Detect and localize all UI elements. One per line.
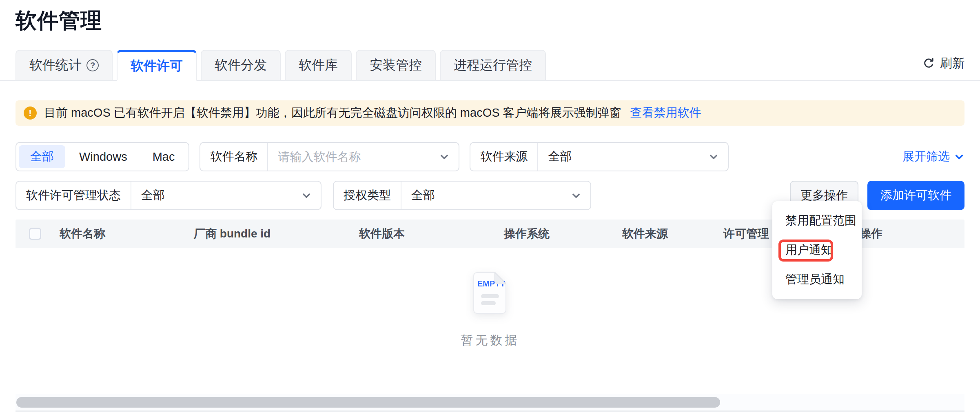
software-name-input[interactable]	[268, 150, 439, 164]
empty-state-text: 暂无数据	[461, 332, 519, 349]
select-all-checkbox[interactable]	[29, 228, 41, 240]
empty-state: EMPTY 暂无数据	[461, 272, 519, 349]
auth-type-value: 全部	[401, 187, 571, 204]
tab-bar: 软件统计 ? 软件许可 软件分发 软件库 安装管控 进程运行管控 刷新	[0, 50, 980, 81]
col-operating-system: 操作系统	[499, 226, 617, 242]
help-icon[interactable]: ?	[86, 59, 99, 71]
auth-type-label: 授权类型	[334, 182, 401, 209]
software-source-label: 软件来源	[470, 143, 538, 171]
filter-row-1: 全部 Windows Mac 软件名称 软件来源 全部 展开筛选	[16, 142, 964, 171]
page-title: 软件管理	[0, 0, 980, 35]
col-software-name: 软件名称	[55, 226, 189, 242]
tab-label: 安装管控	[370, 56, 422, 74]
menu-item-disable-config-scope[interactable]: 禁用配置范围	[772, 206, 862, 235]
tab-software-license[interactable]: 软件许可	[117, 50, 197, 81]
tab-label: 软件分发	[215, 56, 267, 74]
software-source-value: 全部	[538, 149, 708, 165]
warning-banner: ! 目前 macOS 已有软件开启【软件禁用】功能，因此所有无完全磁盘访问权限的…	[16, 100, 964, 126]
tab-label: 软件统计	[29, 56, 82, 74]
scrollbar-thumb[interactable]	[16, 397, 720, 408]
license-status-value: 全部	[131, 187, 301, 204]
chevron-down-icon	[301, 190, 312, 201]
empty-document-icon: EMPTY	[472, 272, 508, 314]
warning-text: 目前 macOS 已有软件开启【软件禁用】功能，因此所有无完全磁盘访问权限的 m…	[44, 105, 621, 121]
warning-icon: !	[24, 106, 37, 120]
select-all-cell	[16, 228, 55, 240]
tab-process-control[interactable]: 进程运行管控	[440, 50, 546, 80]
refresh-label: 刷新	[940, 55, 964, 72]
expand-filter-link[interactable]: 展开筛选	[902, 149, 964, 165]
tab-software-distribution[interactable]: 软件分发	[201, 50, 281, 80]
tab-install-control[interactable]: 安装管控	[356, 50, 436, 80]
menu-item-admin-notification[interactable]: 管理员通知	[772, 265, 862, 294]
col-actions: 操作	[855, 226, 964, 242]
license-status-label: 软件许可管理状态	[16, 182, 131, 209]
tab-software-library[interactable]: 软件库	[285, 50, 352, 80]
col-software-source: 软件来源	[617, 226, 718, 242]
tab-label: 软件许可	[131, 57, 183, 75]
expand-filter-label: 展开筛选	[902, 149, 950, 165]
tab-label: 软件库	[299, 56, 338, 74]
chevron-down-icon	[571, 190, 581, 201]
refresh-icon	[922, 57, 935, 70]
software-name-filter: 软件名称	[200, 142, 459, 171]
chevron-down-icon	[954, 151, 964, 162]
software-source-filter[interactable]: 软件来源 全部	[470, 142, 729, 171]
add-licensed-software-button[interactable]: 添加许可软件	[867, 181, 964, 210]
tab-label: 进程运行管控	[454, 56, 532, 74]
col-software-version: 软件版本	[354, 226, 499, 242]
os-segmented-control: 全部 Windows Mac	[16, 142, 189, 171]
refresh-button[interactable]: 刷新	[922, 55, 964, 72]
menu-item-user-notification[interactable]: 用户通知	[772, 235, 862, 265]
segment-all[interactable]: 全部	[19, 145, 65, 168]
software-management-page: 软件管理 软件统计 ? 软件许可 软件分发 软件库 安装管控 进程运行管控	[0, 0, 980, 417]
horizontal-scrollbar	[16, 394, 964, 410]
tab-software-stats[interactable]: 软件统计 ?	[16, 50, 113, 80]
chevron-down-icon[interactable]	[439, 151, 450, 162]
auth-type-filter[interactable]: 授权类型 全部	[333, 181, 591, 210]
col-vendor-bundle-id: 厂商 bundle id	[189, 226, 354, 242]
view-disabled-software-link[interactable]: 查看禁用软件	[630, 105, 701, 121]
chevron-down-icon	[708, 151, 719, 162]
segment-mac[interactable]: Mac	[141, 145, 186, 168]
more-actions-menu: 禁用配置范围 用户通知 管理员通知	[772, 201, 862, 299]
license-status-filter[interactable]: 软件许可管理状态 全部	[16, 181, 321, 210]
segment-windows[interactable]: Windows	[68, 145, 139, 168]
software-name-label: 软件名称	[200, 143, 268, 171]
